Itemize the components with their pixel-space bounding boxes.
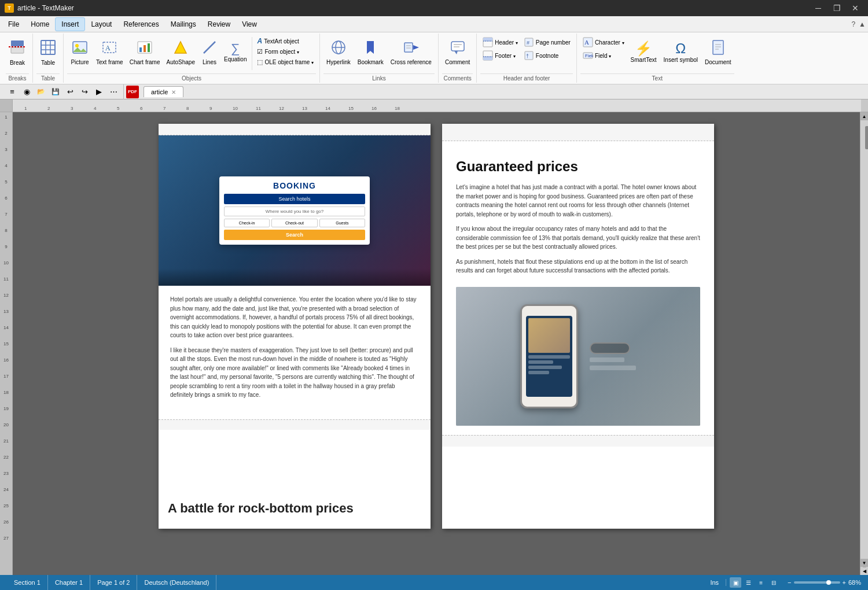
menu-review[interactable]: Review — [202, 18, 236, 31]
menu-view[interactable]: View — [236, 18, 263, 31]
close-button[interactable]: ✕ — [847, 0, 863, 16]
hyperlink-button[interactable]: Hyperlink — [323, 35, 354, 69]
left-ruler: 1 2 3 4 5 6 7 8 9 10 11 12 13 14 15 16 1… — [0, 112, 13, 575]
chart-frame-button[interactable]: Chart frame — [127, 35, 163, 69]
ole-label: OLE object frame ▾ — [264, 59, 314, 65]
field-label: Field ▾ — [595, 53, 611, 59]
hyperlink-label: Hyperlink — [326, 59, 351, 65]
textart-button[interactable]: A TextArt object — [255, 36, 316, 46]
minimize-button[interactable]: ─ — [810, 0, 826, 16]
page1-body[interactable]: Hotel portals are usually a delightful c… — [159, 286, 431, 415]
collapse-panel-btn[interactable]: ◀ — [863, 567, 866, 575]
page2-para-1: Let's imagine a hotel that has just made… — [456, 183, 700, 219]
redo-btn[interactable]: ↪ — [78, 86, 91, 98]
help-btn[interactable]: ◉ — [20, 86, 33, 98]
menu-mailings[interactable]: Mailings — [165, 18, 202, 31]
page2-body[interactable]: Let's imagine a hotel that has just made… — [456, 183, 700, 275]
footer-button[interactable]: Footer ▾ — [480, 49, 520, 62]
breaks-group-label: Breaks — [6, 73, 29, 82]
document-area[interactable]: BOOKING Search hotels Where would you li… — [13, 112, 860, 575]
menu-layout[interactable]: Layout — [85, 18, 117, 31]
page2-heading: Guaranteed prices — [456, 158, 700, 175]
svg-text:A: A — [105, 44, 111, 52]
help-icon[interactable]: ? — [851, 20, 855, 28]
view-normal-btn[interactable]: ▣ — [730, 577, 741, 588]
comment-button[interactable]: Comment — [442, 35, 473, 69]
menu-insert[interactable]: Insert — [55, 17, 85, 31]
links-group-label: Links — [323, 73, 435, 82]
comment-label: Comment — [445, 59, 470, 65]
ole-icon: ⬚ — [257, 58, 263, 66]
scroll-up-button[interactable]: ▲ — [860, 112, 869, 120]
select-btn[interactable]: ▶ — [93, 86, 105, 98]
ribbon: Break Breaks Table Table Picture — [0, 32, 868, 84]
character-button[interactable]: A Character ▾ — [580, 36, 627, 49]
open-btn[interactable]: 📂 — [35, 86, 47, 98]
page-number-button[interactable]: # Page number — [521, 36, 573, 49]
textart-icon: A — [257, 37, 262, 45]
form-icon: ☑ — [257, 48, 263, 56]
autoshape-button[interactable]: AutoShape — [163, 35, 198, 69]
picture-button[interactable]: Picture — [67, 35, 93, 69]
smarttext-button[interactable]: ⚡ SmartText — [628, 35, 660, 69]
text-group-label: Text — [580, 73, 734, 82]
restore-button[interactable]: ❐ — [829, 0, 845, 16]
text-frame-button[interactable]: A Text frame — [93, 35, 126, 69]
scroll-down-button[interactable]: ▼ — [860, 559, 869, 567]
footnote-button[interactable]: † Footnote — [521, 49, 573, 62]
break-button[interactable]: Break — [6, 35, 29, 69]
zoom-slider[interactable] — [794, 581, 840, 584]
menu-file[interactable]: File — [2, 18, 25, 31]
ribbon-group-headerfooter: Header ▾ Footer ▾ # Page number † Footno… — [477, 34, 577, 83]
svg-rect-22 — [404, 43, 413, 52]
view-outline-btn[interactable]: ☰ — [742, 577, 754, 588]
undo-btn[interactable]: ↩ — [64, 86, 76, 98]
svg-rect-13 — [139, 47, 142, 52]
document-tab[interactable]: article ✕ — [144, 86, 183, 97]
zoom-bar[interactable]: − + 68% — [783, 579, 861, 586]
form-button[interactable]: ☑ Form object ▾ — [255, 47, 316, 57]
quick-toolbar: ≡ ◉ 📂 💾 ↩ ↪ ▶ ⋯ — [2, 84, 124, 99]
smarttext-icon: ⚡ — [635, 42, 652, 56]
bookmark-button[interactable]: Bookmark — [355, 35, 387, 69]
view-read-btn[interactable]: ≡ — [755, 577, 767, 588]
zoom-decrease-btn[interactable]: − — [788, 579, 791, 586]
menu-home[interactable]: Home — [25, 18, 55, 31]
zoom-thumb[interactable] — [826, 580, 831, 585]
cross-reference-button[interactable]: Cross reference — [388, 35, 435, 69]
lines-button[interactable]: Lines — [198, 35, 220, 69]
view-web-btn[interactable]: ⊟ — [768, 577, 779, 588]
textart-label: TextArt object — [264, 38, 299, 45]
svg-rect-3 — [41, 40, 55, 54]
phone-screen — [526, 316, 572, 397]
menu-references[interactable]: References — [117, 18, 164, 31]
zoom-increase-btn[interactable]: + — [843, 579, 846, 586]
more-btn[interactable]: ⋯ — [107, 86, 120, 98]
page1-heading: A battle for rock-bottom prices — [168, 501, 354, 516]
pdf-icon[interactable]: PDF — [126, 86, 139, 98]
table-button[interactable]: Table — [36, 35, 60, 69]
ribbon-group-links: Hyperlink Bookmark Cross reference Links — [320, 34, 439, 83]
bookmark-icon — [362, 39, 378, 58]
cross-reference-icon — [403, 39, 419, 58]
collapse-icon[interactable]: ▲ — [859, 20, 866, 28]
field-button[interactable]: Field Field ▾ — [580, 49, 627, 62]
doc-close-icon[interactable]: ✕ — [171, 89, 176, 95]
equation-button[interactable]: ∑ Equation — [221, 35, 249, 69]
ole-button[interactable]: ⬚ OLE object frame ▾ — [255, 57, 316, 67]
scroll-thumb[interactable] — [865, 126, 869, 149]
save-btn[interactable]: 💾 — [49, 86, 62, 98]
menu-icon-btn[interactable]: ≡ — [6, 86, 19, 98]
header-button[interactable]: Header ▾ — [480, 36, 520, 49]
lines-label: Lines — [203, 59, 216, 65]
equation-label: Equation — [224, 56, 247, 62]
booking-subtitle: Search hotels — [224, 194, 365, 204]
page1-para-1: Hotel portals are usually a delightful c… — [170, 295, 419, 340]
document-button[interactable]: Document — [702, 35, 734, 69]
booking-title: BOOKING — [224, 181, 365, 190]
right-scrollbar[interactable]: ▲ ▼ ◀ — [860, 112, 868, 575]
insert-symbol-button[interactable]: Ω Insert symbol — [661, 35, 701, 69]
svg-marker-21 — [367, 41, 374, 54]
footer-label: Footer ▾ — [495, 53, 516, 59]
status-page: Page 1 of 2 — [90, 575, 137, 590]
